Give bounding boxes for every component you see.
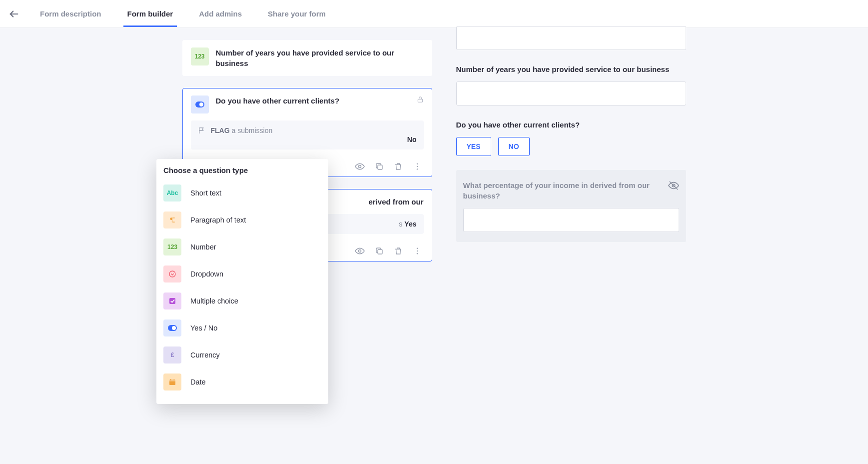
svg-rect-3 xyxy=(418,99,422,102)
svg-rect-5 xyxy=(378,165,382,170)
preview-label: What percentage of your income in derive… xyxy=(463,180,662,201)
qtype-label: Paragraph of text xyxy=(190,216,246,224)
flag-prefix-fragment: s xyxy=(399,220,402,228)
flag-answer-no: No xyxy=(407,136,417,144)
delete-button[interactable] xyxy=(394,162,403,172)
preview-block-percent-hidden: What percentage of your income in derive… xyxy=(456,170,686,242)
visibility-toggle[interactable] xyxy=(355,162,365,172)
tab-form-builder[interactable]: Form builder xyxy=(123,0,177,27)
preview-label: Number of years you have provided servic… xyxy=(456,64,686,74)
question-type-list[interactable]: Abc Short text Paragraph of text 123 Num… xyxy=(156,180,328,262)
svg-point-7 xyxy=(416,166,417,167)
tab-add-admins[interactable]: Add admins xyxy=(195,0,246,27)
flag-answer-yes: Yes xyxy=(404,220,416,228)
more-vertical-icon xyxy=(413,162,422,171)
qtype-dropdown[interactable]: Dropdown xyxy=(156,260,328,262)
svg-point-2 xyxy=(199,102,203,106)
more-button[interactable] xyxy=(413,246,422,256)
top-bar: Form description Form builder Add admins… xyxy=(0,0,868,28)
back-button[interactable] xyxy=(6,6,22,22)
eye-icon xyxy=(355,162,365,172)
question-title: Number of years you have provided servic… xyxy=(216,48,424,68)
svg-point-9 xyxy=(358,250,361,252)
preview-no-button[interactable]: NO xyxy=(498,137,530,156)
preview-block-years: Number of years you have provided servic… xyxy=(456,64,686,106)
svg-point-13 xyxy=(416,253,417,254)
question-type-popup: Choose a question type Abc Short text Pa… xyxy=(156,159,328,262)
short-text-icon: Abc xyxy=(163,184,181,202)
qtype-label: Number xyxy=(190,243,216,251)
question-title: Do you have other current clients? xyxy=(216,96,410,106)
preview-input-percent[interactable] xyxy=(463,208,679,232)
preview-yes-button[interactable]: YES xyxy=(456,137,491,156)
qtype-label: Short text xyxy=(190,189,221,197)
popup-title: Choose a question type xyxy=(156,159,328,180)
paragraph-icon xyxy=(163,212,181,228)
flag-label: FLAG xyxy=(211,126,230,134)
tab-form-description[interactable]: Form description xyxy=(36,0,105,27)
eye-off-icon xyxy=(668,180,679,191)
qtype-paragraph[interactable]: Paragraph of text xyxy=(156,206,328,234)
delete-button[interactable] xyxy=(394,246,403,256)
duplicate-button[interactable] xyxy=(375,246,384,256)
question-card-years[interactable]: 123 Number of years you have provided se… xyxy=(182,40,432,76)
copy-icon xyxy=(375,162,384,171)
arrow-left-icon xyxy=(8,8,19,20)
visibility-toggle[interactable] xyxy=(355,246,365,256)
trash-icon xyxy=(394,162,403,171)
flag-rest: a submission xyxy=(230,126,273,134)
qtype-short-text[interactable]: Abc Short text xyxy=(156,180,328,206)
yesno-type-chip xyxy=(191,96,209,114)
tab-share-form[interactable]: Share your form xyxy=(264,0,330,27)
svg-rect-10 xyxy=(378,250,382,254)
preview-input-years[interactable] xyxy=(456,82,686,106)
copy-icon xyxy=(375,246,384,256)
svg-point-11 xyxy=(416,248,417,249)
svg-point-6 xyxy=(416,164,417,164)
svg-point-4 xyxy=(358,166,361,168)
eye-icon xyxy=(355,246,365,256)
tabs: Form description Form builder Add admins… xyxy=(36,0,330,27)
preview-label: Do you have other current clients? xyxy=(456,120,686,130)
flag-rule-box[interactable]: FLAG a submission No xyxy=(191,120,424,150)
qtype-number[interactable]: 123 Number xyxy=(156,234,328,260)
toggle-icon xyxy=(195,102,204,108)
svg-point-8 xyxy=(416,168,417,170)
duplicate-button[interactable] xyxy=(375,162,384,172)
flag-icon xyxy=(198,126,206,134)
preview-column: Number of years you have provided servic… xyxy=(456,40,686,262)
more-vertical-icon xyxy=(413,246,422,256)
number-type-chip: 123 xyxy=(191,48,209,66)
preview-block-clients: Do you have other current clients? YES N… xyxy=(456,120,686,156)
svg-point-12 xyxy=(416,250,417,252)
trash-icon xyxy=(394,246,403,256)
more-button[interactable] xyxy=(413,162,422,172)
hidden-indicator xyxy=(668,180,679,208)
number-icon: 123 xyxy=(163,238,181,256)
preview-input-truncated[interactable] xyxy=(456,26,686,50)
page-body: 123 Number of years you have provided se… xyxy=(0,28,868,262)
lock-icon xyxy=(417,96,424,104)
